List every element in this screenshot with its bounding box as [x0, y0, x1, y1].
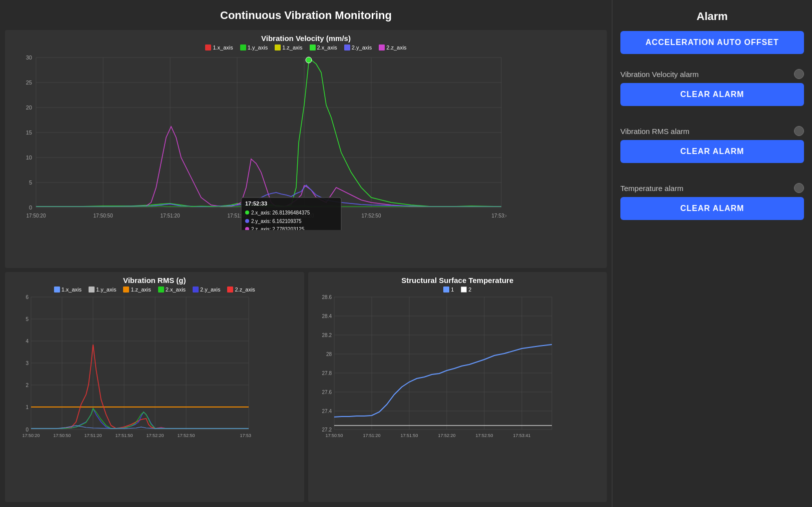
svg-text:25: 25 — [26, 80, 32, 86]
rms-l1y-color — [89, 286, 95, 292]
svg-text:20: 20 — [26, 104, 32, 110]
svg-text:17:53:40: 17:53:40 — [492, 213, 506, 218]
temp-legend-2: 2 — [461, 286, 471, 292]
svg-text:17:50:50: 17:50:50 — [53, 433, 71, 438]
legend-2x-color — [310, 44, 316, 50]
rms-alarm-label: Vibration RMS alarm — [620, 127, 689, 136]
legend-1y-color — [240, 44, 246, 50]
svg-text:2: 2 — [26, 382, 29, 388]
svg-point-29 — [306, 57, 312, 63]
velocity-chart-title: Vibration Velocity (mm/s) — [11, 34, 601, 42]
velocity-chart-box: Vibration Velocity (mm/s) 1.x_axis 1.y_a… — [5, 30, 607, 268]
svg-rect-68 — [334, 297, 552, 430]
legend-2z-label: 2.z_axis — [386, 44, 406, 50]
svg-text:5: 5 — [29, 180, 32, 186]
rms-legend-2y: 2.y_axis — [193, 286, 220, 292]
svg-text:17:52:20: 17:52:20 — [438, 433, 455, 438]
rms-chart-box: Vibration RMS (g) 1.x_axis 1.y_axis 1.z_… — [5, 272, 304, 502]
svg-text:2.x_axis: 26.81396484375: 2.x_axis: 26.81396484375 — [251, 210, 310, 216]
legend-2z: 2.z_axis — [379, 44, 406, 50]
bottom-charts-row: Vibration RMS (g) 1.x_axis 1.y_axis 1.z_… — [5, 272, 607, 502]
temperature-alarm-indicator — [794, 183, 804, 193]
svg-text:17:52:50: 17:52:50 — [177, 433, 195, 438]
temperature-clear-alarm-button[interactable]: CLEAR ALARM — [620, 197, 804, 220]
svg-text:5: 5 — [26, 316, 29, 322]
temperature-legend: 1 2 — [314, 286, 601, 292]
temperature-alarm-row: Temperature alarm — [620, 183, 804, 193]
svg-text:27.6: 27.6 — [322, 390, 332, 395]
svg-text:3: 3 — [26, 360, 29, 366]
temp-l1-color — [443, 286, 449, 292]
rms-chart-svg: 6 5 4 3 2 1 0 17:50:20 — [11, 294, 251, 450]
temp-l1-label: 1 — [451, 286, 454, 292]
svg-rect-38 — [31, 297, 249, 430]
legend-2y-color — [344, 44, 350, 50]
svg-text:17:50:20: 17:50:20 — [27, 213, 46, 218]
svg-text:15: 15 — [26, 130, 32, 136]
legend-1y: 1.y_axis — [240, 44, 268, 50]
rms-legend-1z: 1.z_axis — [123, 286, 151, 292]
velocity-alarm-row: Vibration Velocity alarm — [620, 69, 804, 79]
rms-l2x-label: 2.x_axis — [166, 286, 186, 292]
rms-alarm-row: Vibration RMS alarm — [620, 126, 804, 136]
rms-l2z-color — [227, 286, 233, 292]
svg-text:17:53:40: 17:53:40 — [240, 433, 251, 438]
rms-l2x-color — [158, 286, 164, 292]
legend-2x-label: 2.x_axis — [317, 44, 337, 50]
temperature-chart-title: Structural Surface Temperature — [314, 276, 601, 284]
temp-l2-color — [461, 286, 467, 292]
acceleration-auto-offset-button[interactable]: ACCELERATION AUTO OFFSET — [620, 31, 804, 54]
svg-text:0: 0 — [26, 427, 29, 432]
rms-alarm-section: Vibration RMS alarm CLEAR ALARM — [620, 126, 804, 178]
legend-2z-color — [379, 44, 385, 50]
legend-2y-label: 2.y_axis — [352, 44, 372, 50]
svg-text:28.2: 28.2 — [322, 332, 332, 338]
svg-text:1: 1 — [26, 404, 29, 410]
rms-l2y-color — [193, 286, 199, 292]
legend-1z-label: 1.z_axis — [282, 44, 302, 50]
svg-text:17:50:50: 17:50:50 — [325, 433, 343, 438]
svg-text:17:50:50: 17:50:50 — [94, 213, 113, 218]
velocity-alarm-section: Vibration Velocity alarm CLEAR ALARM — [620, 69, 804, 121]
temperature-alarm-label: Temperature alarm — [620, 184, 683, 192]
rms-l2y-label: 2.y_axis — [200, 286, 220, 292]
legend-2x: 2.x_axis — [310, 44, 337, 50]
svg-text:17:51:20: 17:51:20 — [84, 433, 102, 438]
svg-text:17:51:50: 17:51:50 — [115, 433, 133, 438]
svg-text:27.8: 27.8 — [322, 370, 332, 376]
svg-text:6: 6 — [26, 294, 29, 300]
rms-legend-1x: 1.x_axis — [54, 286, 82, 292]
rms-legend-2z: 2.z_axis — [227, 286, 255, 292]
page-title: Continuous Vibration Monitoring — [5, 5, 607, 26]
rms-alarm-indicator — [794, 126, 804, 136]
svg-text:17:52:50: 17:52:50 — [362, 213, 381, 218]
svg-text:0: 0 — [29, 204, 32, 210]
svg-text:28.6: 28.6 — [322, 294, 332, 300]
legend-1x-label: 1.x_axis — [213, 44, 233, 50]
alarm-panel: Alarm ACCELERATION AUTO OFFSET Vibration… — [612, 0, 812, 507]
temp-l2-label: 2 — [468, 286, 471, 292]
rms-l1x-label: 1.x_axis — [62, 286, 82, 292]
temperature-alarm-section: Temperature alarm CLEAR ALARM — [620, 183, 804, 235]
legend-1x-color — [205, 44, 211, 50]
svg-text:2.y_axis: 6.162109375: 2.y_axis: 6.162109375 — [251, 218, 302, 224]
svg-text:10: 10 — [26, 154, 32, 160]
rms-l1x-color — [54, 286, 60, 292]
svg-text:17:51:50: 17:51:50 — [400, 433, 418, 438]
rms-l1y-label: 1.y_axis — [96, 286, 116, 292]
legend-1x: 1.x_axis — [205, 44, 233, 50]
velocity-alarm-label: Vibration Velocity alarm — [620, 70, 698, 78]
svg-text:17:51:20: 17:51:20 — [161, 213, 180, 218]
velocity-alarm-indicator — [794, 69, 804, 79]
rms-legend-2x: 2.x_axis — [158, 286, 186, 292]
legend-1z-color — [275, 44, 281, 50]
charts-area: Vibration Velocity (mm/s) 1.x_axis 1.y_a… — [5, 30, 607, 502]
temp-legend-1: 1 — [443, 286, 454, 292]
velocity-clear-alarm-button[interactable]: CLEAR ALARM — [620, 83, 804, 106]
temperature-chart-box: Structural Surface Temperature 1 2 — [308, 272, 607, 502]
rms-clear-alarm-button[interactable]: CLEAR ALARM — [620, 140, 804, 163]
svg-point-34 — [245, 219, 249, 223]
rms-l1z-label: 1.z_axis — [131, 286, 151, 292]
svg-text:17:50:20: 17:50:20 — [22, 433, 40, 438]
velocity-legend: 1.x_axis 1.y_axis 1.z_axis 2.x_axis 2.y_… — [11, 44, 601, 50]
